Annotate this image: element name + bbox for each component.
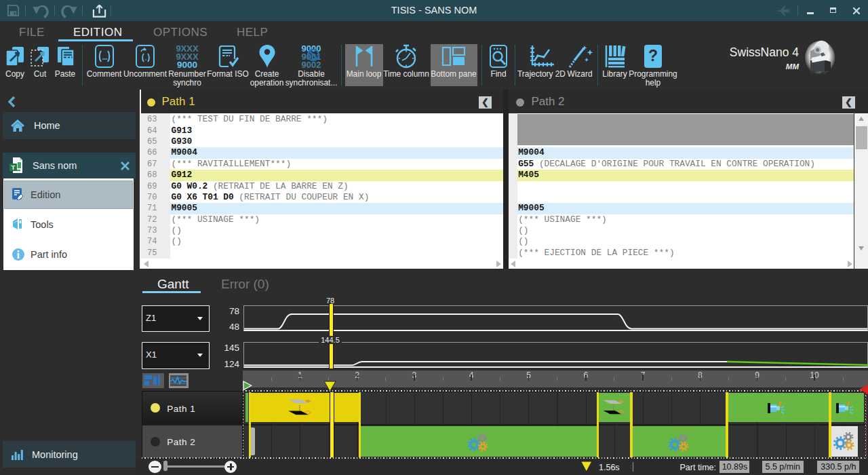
svg-text:9000: 9000 bbox=[177, 60, 197, 69]
svg-text:T: T bbox=[12, 164, 16, 171]
svg-text:?: ? bbox=[648, 47, 658, 64]
svg-text:9002: 9002 bbox=[302, 60, 321, 69]
